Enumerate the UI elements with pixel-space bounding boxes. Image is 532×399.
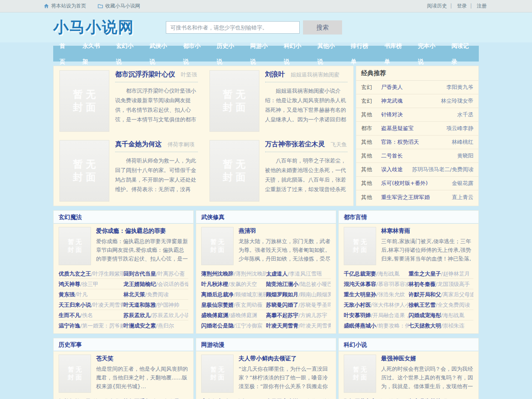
book-link[interactable]: 针锋对决 — [381, 111, 455, 118]
book-link[interactable]: 高攀不起苏宇 — [266, 312, 298, 318]
book-list-row: 生而不凡佚名 苏辰孟欣儿苏辰孟欣儿小说 — [59, 310, 188, 320]
book-link[interactable]: 叶凌天周雪青 — [266, 323, 298, 329]
book-link[interactable]: 叶凡秋沐橙 — [201, 281, 228, 287]
book-title[interactable]: 林寒林青雨 — [381, 227, 473, 235]
book-link[interactable]: 龙王婿陆榆纪 — [123, 281, 156, 287]
book-link[interactable]: 林北天策 — [123, 291, 145, 298]
book-cover[interactable]: 暂无封面 — [209, 70, 259, 132]
book-subtitle: 徐三甲 — [80, 281, 98, 287]
nav-item[interactable]: 排行榜单 — [345, 38, 378, 69]
book-link[interactable]: 回到古代当皇 — [123, 271, 156, 277]
book-link[interactable]: 林初冬秦薇 — [409, 281, 436, 287]
book-link[interactable]: 乐可(校对版+番外) — [381, 180, 449, 187]
site-logo[interactable]: 小马小说网 — [53, 17, 134, 38]
book-cover[interactable]: 暂无封面 — [59, 140, 109, 202]
book-cover[interactable]: 暂无封面 — [59, 70, 109, 132]
book-link[interactable]: 七天拯救大明 — [409, 323, 441, 329]
book-link[interactable]: 二号首长 — [381, 152, 455, 160]
nav-item[interactable]: 书库榜单 — [378, 38, 412, 69]
category-section: 科幻小说 暂无封面 最强神医女婿 人死的时候会有意识吗？会，因为我经历过。这个世… — [338, 338, 479, 399]
book-title[interactable]: 燕清羽 — [239, 227, 331, 235]
book-link[interactable]: 徐帆王艺雪 — [409, 302, 436, 308]
search-button[interactable]: 搜索 — [303, 20, 342, 34]
section-featured-book: 暂无封面 最强神医女婿 人死的时候会有意识吗？会，因为我经历过。这个世界上真的有… — [339, 351, 478, 396]
login-link[interactable]: 登录 — [448, 2, 468, 10]
section-title: 科幻小说 — [344, 341, 367, 348]
featured-books-panel: 暂无封面 都市沉浮乔梁叶心仪 叶坚强 都市沉浮乔梁叶心仪叶坚强小说免费读最新章节… — [53, 66, 354, 206]
nav-item[interactable]: 玄幻小说 — [110, 38, 143, 69]
book-title[interactable]: 都市沉浮乔梁叶心仪 — [115, 70, 175, 78]
book-title[interactable]: 最强神医女婿 — [381, 355, 473, 362]
book-link[interactable]: 盛眠傅燕城小 — [344, 323, 376, 329]
book-link[interactable]: 千亿总裁宠妻 — [344, 271, 376, 277]
book-link[interactable]: 苏晓曼闪婚了 — [266, 302, 298, 308]
book-cover[interactable]: 暂无封面 — [344, 355, 376, 393]
book-link[interactable]: 叶澜成安之素 — [123, 323, 156, 329]
no-cover-placeholder: 暂无封面 — [210, 366, 224, 382]
nav-item[interactable]: 武侠小说 — [143, 38, 177, 69]
book-link[interactable]: 苏辰孟欣儿 — [123, 312, 150, 318]
book-cover[interactable]: 暂无封面 — [59, 227, 91, 265]
book-link[interactable]: 太虚道人 — [266, 271, 288, 277]
book-link[interactable]: 优质九玄之王 — [59, 271, 91, 277]
book-link[interactable]: 陆竞池江澜小 — [266, 281, 298, 287]
book-title[interactable]: 爱你成瘾：偏执霸总的罪妻 — [96, 227, 188, 235]
reading-history-link[interactable]: 阅读历史 — [425, 2, 448, 10]
nav-item[interactable]: 永久书架 — [76, 38, 110, 69]
book-link[interactable]: 黄东强 — [59, 291, 75, 298]
book-link[interactable]: 重生大明皇孙 — [344, 291, 376, 298]
book-link[interactable]: 神龙武魂 — [381, 97, 438, 105]
nav-item[interactable]: 其他小说 — [311, 38, 345, 69]
book-title[interactable]: 苍天笑 — [96, 355, 188, 362]
book-link[interactable]: 薄荆州沈晚辞 — [201, 271, 234, 277]
book-link[interactable]: 尸香美人 — [381, 84, 444, 91]
book-link[interactable]: 天王归来小说 — [59, 302, 91, 308]
book-title[interactable]: 刘浪叶 — [265, 70, 285, 78]
book-link[interactable]: 叶安慕羽婵 — [344, 312, 371, 318]
book-link[interactable]: 离婚后总裁净 — [201, 291, 234, 298]
book-link[interactable]: 官路：权势滔天 — [381, 138, 449, 146]
book-link[interactable]: 顾烟罗顾如月 — [266, 291, 298, 298]
book-link[interactable]: 皇极仙宗赘婿 — [201, 302, 234, 308]
book-link[interactable]: 许默开局和父 — [409, 291, 441, 298]
book-title[interactable]: 夫人带小鲜肉去领证了 — [239, 355, 331, 362]
nav-item[interactable]: 阅读记录 — [445, 38, 479, 69]
book-link[interactable]: 盛晚傅庭渊 — [201, 312, 228, 318]
book-author: 叶坚强 — [181, 71, 197, 78]
book-link[interactable]: 生而不凡 — [59, 312, 80, 318]
book-link[interactable]: 无敌小村医 — [344, 302, 371, 308]
set-home-link[interactable]: 将本站设为首页 — [44, 2, 86, 10]
book-cover[interactable]: 暂无封面 — [201, 355, 234, 393]
nav-item[interactable]: 首页 — [53, 38, 76, 69]
book-link[interactable]: 叶无道和陈雅 — [123, 302, 156, 308]
book-link[interactable]: 温宁许逸 — [59, 323, 80, 329]
favorite-link[interactable]: 收藏小马小说网 — [98, 2, 140, 10]
book-list-row: 温宁许逸第一婚宠：厉爷娇 叶澜成安之素燕归尔 — [59, 320, 188, 331]
search-input[interactable] — [166, 21, 300, 34]
book-link[interactable]: 闪婚成宠海彤 — [409, 312, 441, 318]
book-list: 薄荆州沈晚辞薄荆州沈晚辞 太虚道人李道风江雪瑶 叶凡秋沐橙发飙的天空 陆竞池江澜… — [196, 268, 336, 333]
book-title[interactable]: 万古神帝张若尘木灵 — [265, 140, 325, 148]
book-link[interactable]: 闪婚老公是隐 — [201, 323, 234, 329]
no-cover-placeholder: 暂无封面 — [68, 366, 82, 382]
nav-item[interactable]: 历史小说 — [210, 38, 244, 69]
nav-item[interactable]: 都市小说 — [177, 38, 211, 69]
nav-item[interactable]: 完本小说 — [412, 38, 446, 69]
book-cover[interactable]: 暂无封面 — [59, 355, 91, 393]
book-cover[interactable]: 暂无封面 — [344, 227, 376, 265]
register-link[interactable]: 注册 — [468, 2, 488, 10]
book-link[interactable]: 重生军营之王牌军婚 — [381, 194, 449, 201]
book-link[interactable]: 重生之大皇子 — [409, 271, 441, 277]
book-cover[interactable]: 暂无封面 — [201, 227, 234, 265]
book-title[interactable]: 真千金她为何这 — [115, 140, 162, 148]
book-link[interactable]: 误入歧途 — [381, 166, 410, 173]
book-list-row: 顾烟罗萧九宴傻女快逃！偏 都市我为尊林我不是z — [344, 396, 473, 399]
book-subtitle: 免费阅读 — [145, 291, 168, 298]
book-category: 其他 — [361, 138, 381, 146]
book-link[interactable]: 鸿天神尊 — [59, 281, 80, 287]
book-link[interactable]: 盗墓悬疑鉴宝 — [381, 125, 444, 132]
nav-item[interactable]: 网游小说 — [244, 38, 278, 69]
book-cover[interactable]: 暂无封面 — [209, 140, 259, 202]
book-link[interactable]: 混沌天体慕容 — [344, 281, 376, 287]
nav-item[interactable]: 科幻小说 — [278, 38, 311, 69]
